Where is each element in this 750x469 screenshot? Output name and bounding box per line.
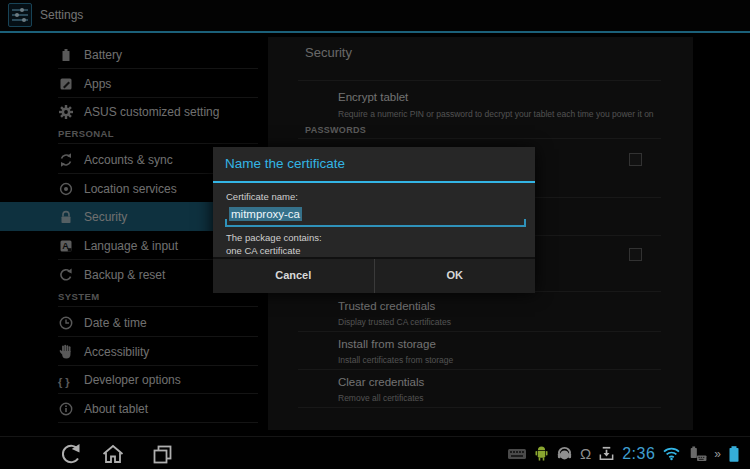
dock-battery-icon — [688, 446, 707, 462]
home-button[interactable] — [100, 441, 126, 467]
dialog-accent-line — [213, 181, 535, 183]
selected-input-text: mitmproxy-ca — [229, 207, 302, 221]
system-bar: Ω 2:36 » — [0, 436, 750, 469]
name-certificate-dialog: Name the certificate Certificate name: m… — [213, 147, 535, 291]
dialog-title: Name the certificate — [225, 147, 345, 181]
screen: Settings Battery Apps ASUS customized se… — [0, 0, 750, 469]
wifi-icon — [662, 446, 681, 461]
certificate-name-input[interactable]: mitmproxy-ca — [225, 206, 526, 227]
cancel-button[interactable]: Cancel — [213, 259, 374, 293]
headphones-icon: Ω — [580, 446, 591, 462]
package-contents-value: one CA certificate — [226, 245, 300, 256]
headset-icon — [556, 445, 573, 462]
install-cert-icon — [598, 445, 615, 462]
certificate-name-label: Certificate name: — [226, 191, 298, 202]
edittext-end-tick — [524, 219, 526, 227]
keyboard-icon — [507, 447, 527, 461]
clock-time: 2:36 — [622, 445, 655, 463]
ok-button[interactable]: OK — [374, 259, 536, 293]
package-contains-label: The package contains: — [226, 232, 322, 243]
back-button[interactable] — [58, 441, 84, 467]
battery-status-icon — [728, 445, 740, 463]
edittext-end-tick — [225, 219, 227, 227]
android-debug-icon — [534, 445, 549, 462]
system-tray[interactable]: Ω 2:36 » — [507, 437, 740, 469]
expand-chevron: » — [714, 447, 721, 461]
recents-button[interactable] — [150, 441, 176, 467]
dialog-button-bar: Cancel OK — [213, 257, 535, 293]
